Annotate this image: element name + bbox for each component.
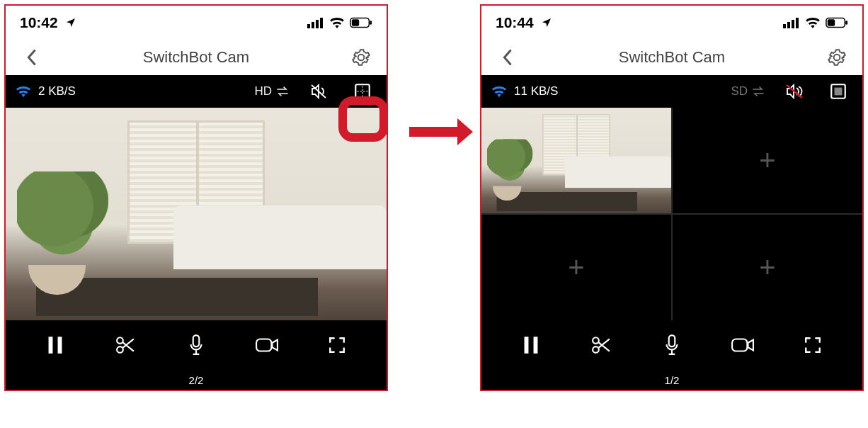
stream-info-bar: 2 KB/S HD	[6, 75, 387, 108]
page-indicator: 1/2	[481, 370, 862, 390]
svg-rect-27	[669, 335, 675, 347]
svg-rect-1	[312, 22, 314, 28]
quality-toggle[interactable]: SD	[731, 84, 765, 98]
mic-icon	[188, 334, 204, 356]
plus-icon: +	[759, 145, 775, 176]
pause-icon	[47, 336, 63, 354]
nav-bar: SwitchBot Cam	[481, 40, 862, 75]
bandwidth-label: 11 KB/S	[514, 84, 558, 98]
fullscreen-button[interactable]	[799, 331, 827, 359]
arrow-icon	[409, 127, 459, 137]
cellular-icon	[783, 17, 800, 28]
pause-button[interactable]	[517, 331, 545, 359]
svg-rect-14	[783, 24, 786, 28]
video-icon	[731, 337, 754, 354]
phone-screen-right: 10:44 SwitchBot Cam 11 KB/S	[480, 4, 864, 391]
phone-screen-left: 10:42 SwitchBot Cam 2 KB/S	[4, 4, 388, 391]
clock: 10:42	[20, 14, 76, 31]
gear-icon	[828, 48, 846, 67]
stream-info-bar: 11 KB/S SD	[481, 75, 862, 108]
single-square-icon	[829, 82, 847, 101]
quality-label: SD	[731, 84, 748, 98]
fullscreen-icon	[328, 336, 346, 354]
svg-rect-5	[352, 19, 359, 26]
callout-highlight	[338, 96, 388, 142]
svg-rect-22	[835, 88, 843, 96]
bandwidth-label: 2 KB/S	[38, 84, 76, 98]
fullscreen-icon	[804, 336, 822, 354]
back-button[interactable]	[17, 43, 45, 72]
settings-button[interactable]	[347, 43, 375, 72]
swap-icon	[752, 86, 765, 96]
page-title: SwitchBot Cam	[143, 48, 249, 67]
svg-rect-12	[193, 335, 200, 347]
location-arrow-icon	[541, 17, 552, 28]
grid-cell-add[interactable]: +	[481, 215, 671, 320]
svg-rect-8	[48, 337, 52, 354]
quality-label: HD	[254, 84, 272, 98]
grid-cell-add[interactable]: +	[673, 215, 862, 320]
svg-rect-13	[256, 339, 271, 351]
arrow-annotation	[409, 4, 459, 428]
fullscreen-button[interactable]	[323, 331, 351, 359]
mute-button[interactable]	[780, 77, 809, 106]
svg-rect-9	[57, 337, 62, 354]
mic-button[interactable]	[182, 331, 210, 359]
multiview-grid: + + +	[481, 108, 862, 320]
pause-icon	[523, 336, 539, 354]
svg-rect-6	[370, 21, 372, 25]
plus-icon: +	[759, 252, 775, 283]
back-button[interactable]	[493, 43, 521, 72]
video-icon	[256, 337, 278, 354]
record-button[interactable]	[253, 331, 281, 359]
svg-rect-20	[845, 21, 847, 25]
status-bar: 10:42	[6, 6, 387, 40]
scissors-icon	[591, 336, 611, 354]
page-indicator: 2/2	[6, 370, 387, 390]
chevron-left-icon	[501, 49, 513, 66]
pause-button[interactable]	[41, 331, 69, 359]
plus-icon: +	[568, 252, 584, 283]
screenshot-button[interactable]	[111, 331, 139, 359]
svg-rect-19	[828, 19, 835, 26]
svg-rect-23	[524, 337, 528, 354]
singleview-button[interactable]	[824, 77, 852, 106]
clock: 10:44	[496, 14, 552, 31]
swap-icon	[276, 86, 289, 96]
battery-icon	[350, 17, 372, 28]
record-button[interactable]	[729, 331, 757, 359]
wifi-icon	[805, 17, 821, 28]
nav-bar: SwitchBot Cam	[6, 40, 387, 75]
cellular-icon	[307, 17, 324, 28]
svg-rect-28	[732, 339, 747, 351]
svg-rect-0	[307, 24, 310, 28]
speaker-muted-icon	[784, 83, 804, 100]
grid-cell-cam1[interactable]	[481, 108, 671, 213]
mute-button[interactable]	[304, 77, 333, 106]
svg-rect-2	[316, 20, 319, 28]
svg-rect-16	[792, 20, 794, 28]
svg-rect-17	[796, 18, 799, 28]
mic-button[interactable]	[658, 331, 686, 359]
status-bar: 10:44	[481, 6, 862, 40]
location-arrow-icon	[65, 17, 76, 28]
chevron-left-icon	[25, 49, 37, 66]
battery-icon	[826, 17, 848, 28]
grid-cell-add[interactable]: +	[673, 108, 862, 213]
svg-rect-15	[787, 22, 790, 28]
scissors-icon	[115, 336, 135, 354]
control-bar	[6, 320, 387, 370]
wifi-icon	[329, 17, 345, 28]
svg-rect-24	[533, 337, 537, 354]
wifi-signal-icon	[16, 85, 31, 98]
video-feed[interactable]	[6, 108, 387, 320]
quality-toggle[interactable]: HD	[254, 84, 289, 98]
mic-icon	[664, 334, 680, 356]
page-title: SwitchBot Cam	[619, 48, 725, 67]
wifi-signal-icon	[491, 85, 507, 98]
gear-icon	[352, 48, 370, 67]
screenshot-button[interactable]	[587, 331, 615, 359]
control-bar	[481, 320, 862, 370]
settings-button[interactable]	[823, 43, 851, 72]
svg-rect-3	[320, 18, 323, 28]
